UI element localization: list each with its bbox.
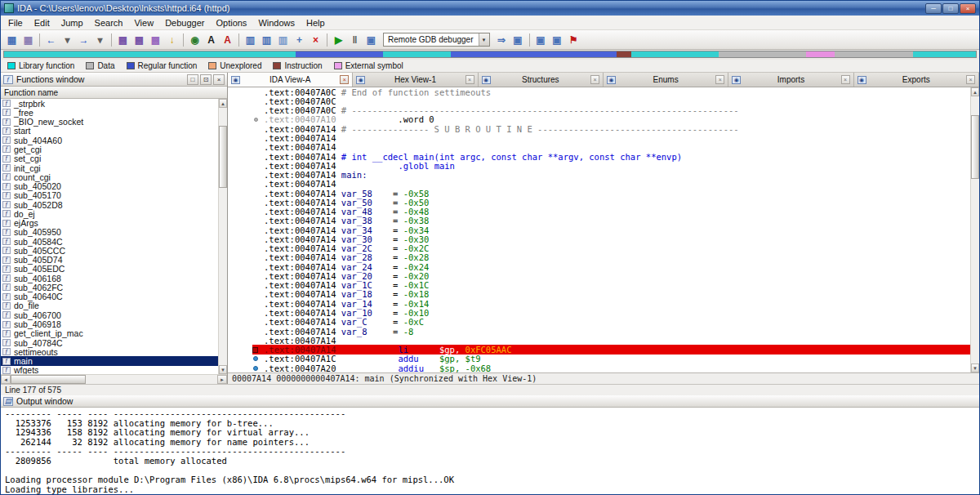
function-item[interactable]: ƒget_client_ip_mac	[1, 329, 218, 338]
scroll-track[interactable]	[219, 108, 227, 365]
scroll-thumb[interactable]	[11, 375, 86, 384]
menu-debugger[interactable]: Debugger	[159, 17, 210, 29]
menu-edit[interactable]: Edit	[29, 17, 56, 29]
tab-hex-view-1[interactable]: ◉Hex View-1×	[353, 73, 478, 87]
add-structure-icon[interactable]: +	[292, 32, 307, 47]
forward-dropdown-icon[interactable]: ▾	[92, 32, 108, 47]
scroll-down-icon[interactable]: ▼	[219, 365, 227, 374]
disasm-line[interactable]: .text:00407A14	[228, 133, 970, 142]
menu-options[interactable]: Options	[210, 17, 252, 29]
functions-close-button[interactable]: ×	[213, 74, 225, 85]
functions-list-icon[interactable]: ▩	[148, 32, 163, 47]
functions-restore-button[interactable]: ⊡	[200, 74, 212, 85]
function-item[interactable]: ƒsub_40784C	[1, 338, 218, 347]
navigation-band[interactable]	[3, 51, 977, 58]
title-bar[interactable]: IDA - C:\Users\lenovo\Desktop\lnksts\htt…	[1, 1, 979, 16]
menu-view[interactable]: View	[128, 17, 159, 29]
disasm-line[interactable]: .text:00407A0C # -----------------------…	[228, 106, 970, 115]
segments-icon[interactable]: ▩	[115, 32, 131, 47]
scroll-thumb[interactable]	[971, 115, 979, 179]
disasm-line[interactable]: .text:00407A14 var_38 = -0x38	[228, 216, 970, 225]
watches-icon[interactable]: ▣	[550, 32, 565, 47]
tab-ida-view-a[interactable]: ◉IDA View-A×	[228, 73, 353, 87]
disasm-line[interactable]: .text:00407A14 # int __cdecl main(int ar…	[228, 152, 970, 161]
function-item[interactable]: ƒdo_file	[1, 301, 218, 310]
open-database-icon[interactable]: ▦	[4, 32, 20, 47]
tab-close-icon[interactable]: ×	[466, 75, 474, 84]
disasm-line[interactable]: .text:00407A1C addu $gp, $t9	[228, 355, 970, 363]
function-item[interactable]: ƒsub_405D74	[1, 256, 218, 265]
tab-close-icon[interactable]: ×	[590, 75, 599, 84]
disasm-line[interactable]: .text:00407A0C	[228, 96, 970, 105]
disasm-line[interactable]: .text:00407A14 var_50 = -0x50	[228, 198, 970, 207]
function-item[interactable]: ƒwfgets	[1, 366, 218, 374]
function-item[interactable]: ƒsub_405CCC	[1, 246, 218, 255]
function-item[interactable]: ƒsub_406168	[1, 274, 218, 283]
disasm-line[interactable]: .text:00407A14 var_2C = -0x2C	[228, 244, 970, 253]
function-item[interactable]: ƒsub_405950	[1, 228, 218, 237]
disasm-line[interactable]: .text:00407A14 var_58 = -0x58	[228, 189, 970, 198]
functions-horizontal-scrollbar[interactable]: ◄ ►	[1, 374, 227, 384]
scroll-up-icon[interactable]: ▲	[971, 87, 979, 96]
function-item[interactable]: ƒdo_ej	[1, 209, 218, 218]
back-icon[interactable]: ←	[43, 32, 59, 47]
strings-icon[interactable]: A	[220, 32, 235, 47]
disasm-line[interactable]: .text:00407A0C # End of function settime…	[228, 87, 970, 96]
step-into-icon[interactable]: ⇒	[494, 32, 510, 47]
tab-close-icon[interactable]: ×	[715, 75, 724, 84]
back-dropdown-icon[interactable]: ▾	[60, 32, 75, 47]
scroll-down-icon[interactable]: ▼	[971, 363, 979, 372]
disasm-line[interactable]: .text:00407A14 var_28 = -0x28	[228, 253, 970, 262]
disasm-line[interactable]: .text:00407A14 var_48 = -0x48	[228, 207, 970, 216]
chart-calls-icon[interactable]: ▥	[259, 32, 274, 47]
cancel-icon[interactable]: ×	[308, 32, 323, 47]
flag-icon[interactable]: ⚑	[566, 32, 581, 47]
function-item[interactable]: ƒsub_4052D8	[1, 200, 218, 209]
chart-xrefs-icon[interactable]: ▥	[275, 32, 291, 47]
disasm-line[interactable]: .text:00407A14	[228, 336, 970, 345]
scroll-track[interactable]	[971, 96, 979, 363]
tab-close-icon[interactable]: ×	[340, 75, 349, 84]
debugger-windows-icon[interactable]: ▣	[510, 32, 526, 47]
disasm-line[interactable]: .text:00407A14 var_1C = -0x1C	[228, 281, 970, 290]
function-item[interactable]: ƒejArgs	[1, 218, 218, 227]
tab-close-icon[interactable]: ×	[841, 75, 850, 84]
function-item[interactable]: ƒsub_406918	[1, 319, 218, 328]
menu-file[interactable]: File	[2, 17, 29, 29]
save-database-icon[interactable]: ▦	[20, 32, 36, 47]
menu-help[interactable]: Help	[301, 17, 331, 29]
disasm-line[interactable]: .text:00407A14 var_14 = -0x14	[228, 299, 970, 308]
disasm-vertical-scrollbar[interactable]: ▲ ▼	[970, 87, 979, 372]
function-item[interactable]: ƒsub_40584C	[1, 237, 218, 246]
minimize-button[interactable]: ─	[925, 3, 942, 14]
function-item[interactable]: ƒsub_4062FC	[1, 283, 218, 292]
disasm-line[interactable]: .text:00407A14 .globl main	[228, 161, 970, 170]
menu-jump[interactable]: Jump	[56, 17, 89, 29]
disasm-line[interactable]: .text:00407A14 var_30 = -0x30	[228, 234, 970, 243]
function-name-column-header[interactable]: Function name	[1, 87, 227, 99]
function-item[interactable]: ƒsub_405170	[1, 191, 218, 200]
function-item[interactable]: ƒmain	[1, 356, 218, 365]
function-item[interactable]: ƒ_strpbrk	[1, 99, 218, 108]
tab-structures[interactable]: ◉Structures×	[479, 73, 604, 87]
disasm-line[interactable]: .text:00407A14	[228, 143, 970, 152]
debugger-select[interactable]: Remote GDB debugger▼	[383, 33, 490, 47]
tab-imports[interactable]: ◉Imports×	[728, 73, 853, 87]
functions-vertical-scrollbar[interactable]: ▲ ▼	[218, 99, 227, 374]
menu-windows[interactable]: Windows	[252, 17, 301, 29]
function-item[interactable]: ƒcount_cgi	[1, 172, 218, 181]
disasm-line[interactable]: .text:00407A14 # --------------- S U B R…	[228, 124, 970, 133]
function-item[interactable]: ƒstart	[1, 127, 218, 136]
scroll-left-icon[interactable]: ◄	[1, 375, 11, 384]
forward-icon[interactable]: →	[76, 32, 91, 47]
breakpoints-icon[interactable]: ▣	[533, 32, 549, 47]
names-icon[interactable]: ▩	[131, 32, 147, 47]
tab-close-icon[interactable]: ×	[966, 75, 975, 84]
disassembly-view[interactable]: .text:00407A0C # End of function settime…	[228, 87, 970, 372]
chart-flow-icon[interactable]: ▥	[243, 32, 258, 47]
function-item[interactable]: ƒ_free	[1, 108, 218, 117]
function-item[interactable]: ƒset_cgi	[1, 154, 218, 163]
disasm-line[interactable]: .text:00407A14 var_24 = -0x24	[228, 262, 970, 271]
functions-dock-button[interactable]: □	[187, 74, 198, 85]
disasm-line[interactable]: .text:00407A14 var_8 = -8	[228, 327, 970, 336]
